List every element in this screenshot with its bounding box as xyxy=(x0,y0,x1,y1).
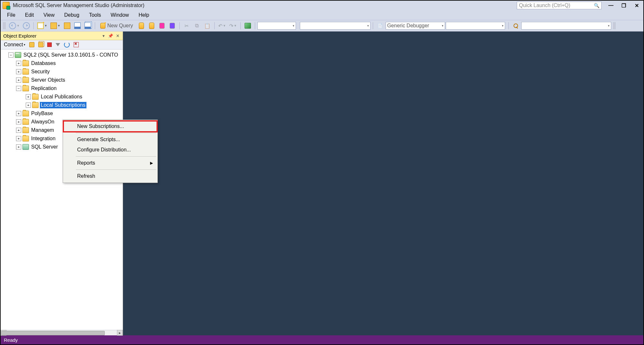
stop-button[interactable] xyxy=(46,42,53,48)
activity-monitor-button[interactable] xyxy=(243,22,253,30)
panel-pin-button[interactable]: 📌 xyxy=(108,33,113,38)
main-area: Object Explorer ▾ 📌 ✕ Connect▾ − xyxy=(1,32,643,335)
expand-icon[interactable]: + xyxy=(16,69,21,74)
cut-button[interactable]: ✂ xyxy=(182,22,192,30)
nav-back-button[interactable]: ▼ xyxy=(8,22,21,30)
context-menu-reports[interactable]: Reports ▶ xyxy=(64,158,157,168)
refresh-button[interactable] xyxy=(63,41,71,48)
expand-icon[interactable]: + xyxy=(16,111,21,116)
new-project-button[interactable]: ▼ xyxy=(36,22,49,30)
db-query-4-button[interactable] xyxy=(167,22,177,30)
expand-icon[interactable]: + xyxy=(16,128,21,133)
folder-icon xyxy=(22,119,29,125)
tree-node-local-subscriptions-label: Local Subscriptions xyxy=(40,102,86,108)
expand-icon[interactable]: + xyxy=(16,144,21,150)
menu-edit[interactable]: Edit xyxy=(21,11,39,19)
expand-icon[interactable]: + xyxy=(16,61,21,66)
filter-button[interactable] xyxy=(54,42,61,47)
menu-debug[interactable]: Debug xyxy=(60,11,84,19)
expand-icon[interactable]: − xyxy=(8,52,13,58)
find-combo[interactable]: ▾ xyxy=(521,22,611,30)
tree-node-databases[interactable]: + Databases xyxy=(2,59,123,68)
expand-icon[interactable]: + xyxy=(16,119,21,124)
paste-button[interactable]: 📋 xyxy=(202,22,212,30)
scroll-right-button[interactable]: ► xyxy=(117,330,123,336)
context-menu-separator xyxy=(76,156,156,157)
toolbar-overflow[interactable] xyxy=(613,22,616,29)
undo-button[interactable]: ↶▼ xyxy=(217,22,227,30)
menu-window[interactable]: Window xyxy=(106,11,133,19)
connect-server2-button[interactable] xyxy=(37,41,45,48)
context-menu-separator xyxy=(76,133,156,133)
nav-forward-button[interactable] xyxy=(22,22,31,30)
tree-node-local-publications[interactable]: + Local Publications xyxy=(2,93,123,101)
tree-node-local-subscriptions[interactable]: + Local Subscriptions xyxy=(2,101,123,109)
db-query-1-button[interactable] xyxy=(137,22,146,30)
explorer-horizontal-scrollbar[interactable]: ◄ ► xyxy=(1,330,123,335)
tree-node-server-objects[interactable]: + Server Objects xyxy=(2,76,123,84)
open-button[interactable] xyxy=(62,22,72,30)
expand-icon[interactable]: + xyxy=(16,77,21,83)
tree-node-polybase[interactable]: + PolyBase xyxy=(2,109,123,118)
scroll-thumb[interactable] xyxy=(1,331,105,335)
save-button[interactable] xyxy=(73,22,82,30)
solution-config-combo[interactable]: ▾ xyxy=(257,22,296,30)
expand-icon[interactable]: + xyxy=(26,94,31,99)
menu-help[interactable]: Help xyxy=(134,11,154,19)
close-button[interactable]: ✕ xyxy=(634,3,640,9)
document-workspace xyxy=(123,32,643,335)
title-bar: Microsoft SQL Server Management Studio (… xyxy=(1,1,643,10)
open-file-dropdown[interactable]: ▼ xyxy=(49,22,62,30)
cut-icon: ✂ xyxy=(184,23,189,29)
find-input[interactable] xyxy=(523,23,608,29)
menu-view[interactable]: View xyxy=(39,11,59,19)
panel-dropdown-button[interactable]: ▾ xyxy=(101,33,106,38)
stop-connect-button[interactable] xyxy=(72,41,80,48)
debugger-label: Generic Debugger xyxy=(387,23,429,29)
connect-dropdown[interactable]: Connect▾ xyxy=(3,41,27,48)
toolbar-grip[interactable] xyxy=(3,22,6,29)
copy-button[interactable]: ⧉ xyxy=(192,22,202,30)
object-explorer-toolbar: Connect▾ xyxy=(1,40,123,50)
quick-launch-input[interactable]: Quick Launch (Ctrl+Q) 🔍 xyxy=(517,2,602,9)
tree-server-node[interactable]: − SQL2 (SQL Server 13.0.1601.5 - CONTO xyxy=(2,51,123,59)
redo-button[interactable]: ↷▼ xyxy=(228,22,238,30)
minimize-button[interactable]: — xyxy=(608,3,614,9)
folder-icon xyxy=(22,77,29,83)
tree-node-replication[interactable]: − Replication xyxy=(2,84,123,93)
solution-platform-combo[interactable]: ▾ xyxy=(300,22,371,30)
object-explorer-header: Object Explorer ▾ 📌 ✕ xyxy=(1,32,123,40)
panel-close-button[interactable]: ✕ xyxy=(115,33,120,38)
db-query-3-button[interactable] xyxy=(157,22,167,30)
context-menu-generate-scripts[interactable]: Generate Scripts... xyxy=(64,134,157,145)
page-icon: 📄 xyxy=(377,23,383,28)
menu-file[interactable]: File xyxy=(3,11,20,19)
expand-icon[interactable]: + xyxy=(16,136,21,141)
db-query-2-button[interactable] xyxy=(147,22,157,30)
copy-icon: ⧉ xyxy=(195,23,199,29)
save-all-button[interactable] xyxy=(83,22,93,30)
context-menu-refresh[interactable]: Refresh xyxy=(64,171,157,181)
find-button[interactable] xyxy=(511,22,521,30)
debug-target-combo[interactable]: ▾ xyxy=(446,22,505,30)
menu-tools[interactable]: Tools xyxy=(85,11,105,19)
folder-icon xyxy=(22,60,29,66)
context-menu-configure-distribution[interactable]: Configure Distribution... xyxy=(64,145,157,155)
quick-launch-placeholder: Quick Launch (Ctrl+Q) xyxy=(519,3,570,8)
agent-icon xyxy=(22,144,29,150)
server-icon xyxy=(15,52,21,58)
expand-icon[interactable]: + xyxy=(26,103,31,108)
restore-button[interactable]: ❐ xyxy=(621,3,627,9)
context-menu-new-subscriptions[interactable]: New Subscriptions... xyxy=(64,121,157,132)
window-title: Microsoft SQL Server Management Studio (… xyxy=(13,3,144,8)
menu-bar: File Edit View Debug Tools Window Help xyxy=(1,10,643,20)
new-query-button[interactable]: New Query xyxy=(97,22,136,30)
folder-icon xyxy=(22,86,29,91)
connect-server-button[interactable] xyxy=(28,41,36,48)
debug-start-button[interactable]: 📄 xyxy=(375,22,385,30)
object-explorer-tree[interactable]: − SQL2 (SQL Server 13.0.1601.5 - CONTO +… xyxy=(1,50,123,330)
folder-icon xyxy=(22,127,29,133)
debugger-combo[interactable]: Generic Debugger ▾ xyxy=(386,22,445,30)
collapse-icon[interactable]: − xyxy=(16,86,21,91)
tree-node-security[interactable]: + Security xyxy=(2,68,123,76)
